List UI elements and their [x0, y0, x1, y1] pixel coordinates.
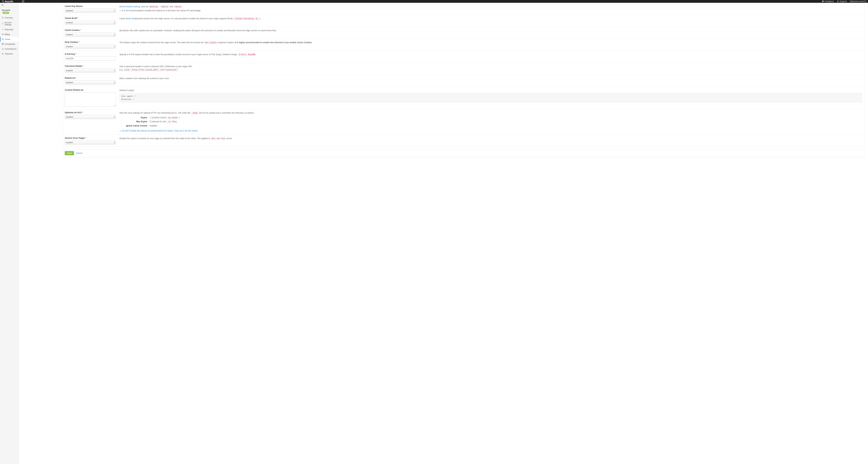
text: This feature strips the cookies received… [119, 41, 204, 44]
sidebar-item-account-settings[interactable]: Account Settings [0, 20, 19, 27]
label-canonical: Canonical Header * [65, 65, 116, 67]
text: response header. [217, 41, 235, 44]
sidebar-section-label: Account [2, 9, 10, 11]
code-ts: .ts [166, 120, 172, 123]
code-desktop: desktop [149, 5, 158, 8]
sidebar-item-billing[interactable]: Billing [0, 32, 19, 37]
row-cache-cookies: Cache Cookies * enabled ▴▾ By default, f… [62, 27, 864, 39]
text: Optimize for HLS [65, 111, 82, 114]
text: Generic Error Pages [65, 137, 85, 139]
magnify-icon [2, 0, 4, 3]
text: will not be cached and it overwrites the… [198, 112, 254, 114]
text: Specify a X-Pull request header key to h… [119, 53, 238, 56]
select-cache-brotli[interactable]: enabled [65, 21, 116, 25]
code-set-cookie: Set-Cookie [204, 41, 217, 44]
select-robots[interactable]: disabled [65, 80, 116, 85]
hls-warning: ⚠Do NOT enable this feature for prerecor… [119, 129, 862, 133]
svg-point-22 [3, 54, 3, 54]
text: 5 (relevant for the [150, 121, 166, 123]
feedback-link[interactable]: Feedback [822, 0, 834, 3]
nav-label: Zonereferrers [5, 48, 17, 50]
topbar: keycdn Feedback Support Welcome more23 [0, 0, 868, 3]
edit-icon [2, 23, 3, 25]
row-strip-cookies: Strip Cookies * enabled ▴▾ This feature … [62, 39, 864, 51]
cache-key-device-note: It is not recommended to enable this fea… [122, 9, 201, 12]
save-button[interactable]: Save [65, 151, 74, 155]
text: Cache [119, 18, 126, 20]
label-robots: Robots.txt * [65, 77, 116, 79]
row-cache-brotli: Cache Brotli * enabled ▴▾ Cache Brotli c… [62, 15, 864, 27]
brand-logo[interactable]: keycdn [2, 0, 13, 3]
svg-point-21 [2, 53, 3, 54]
sidebar-item-zonereferrers[interactable]: Zonereferrers [0, 46, 19, 51]
code-4xx: 4xx [211, 137, 216, 140]
hls-icc-val: enabled [150, 124, 862, 128]
text: and [169, 5, 174, 8]
select-strip-cookies[interactable]: enabled [65, 44, 116, 48]
link-icon [2, 48, 4, 50]
support-label: Support [840, 0, 847, 3]
nav-label: Zonealiases [5, 43, 15, 45]
sidebar-item-subusers[interactable]: Subusers [0, 51, 19, 56]
text: and [216, 137, 221, 140]
input-xpull[interactable] [65, 56, 116, 61]
hls-expire-key: Expire [119, 116, 147, 119]
text: Sets the zone settings for optimal HTTP … [119, 112, 191, 114]
select-error-pages[interactable]: enabled [65, 140, 116, 144]
text: , such as [140, 5, 149, 8]
text: ) [178, 117, 180, 119]
hls-expire-val: -1 (Cache-Control: no-cache ) [150, 116, 862, 119]
select-canonical[interactable]: enabled [65, 68, 116, 72]
support-link[interactable]: Support [837, 0, 847, 3]
text: Robots.txt [65, 77, 75, 79]
warning-icon: ⚠ [119, 130, 121, 132]
svg-point-0 [2, 0, 3, 2]
nav-label: Overview [5, 16, 13, 19]
topbar-right: Feedback Support Welcome more23 [822, 0, 866, 3]
account-status-pill: active [2, 12, 9, 14]
text: Cache Cookies [65, 29, 80, 31]
code-5xx: 5xx [221, 137, 226, 140]
svg-point-5 [837, 1, 839, 2]
sidebar-item-reporting[interactable]: Reporting [0, 27, 19, 32]
feedback-label: Feedback [825, 0, 834, 3]
code-tablet: tablet [174, 5, 182, 8]
row-cache-key-device: Cache Key Device disabled ▴▾ Device-base… [62, 3, 864, 15]
sidebar-item-overview[interactable]: Overview [0, 15, 19, 20]
sidebar-item-zonealiases[interactable]: Zonealiases [0, 42, 19, 46]
sidebar-collapse-icon[interactable]: ◦ [17, 4, 17, 6]
svg-point-6 [838, 1, 838, 2]
select-cache-key-device[interactable]: disabled [65, 8, 116, 13]
text: ). [259, 18, 261, 20]
brotli-link[interactable]: Brotli [126, 18, 131, 20]
hls-maxexp-key: Max Expire [119, 120, 147, 123]
robots-desc: Block crawlers from indexing the content… [119, 77, 169, 79]
sidebar-hamburger-icon[interactable] [1, 4, 3, 6]
hls-icc-key: Ignore Cache Control [119, 124, 147, 128]
svg-rect-15 [3, 38, 4, 39]
row-xpull-key: X-Pull Key * Specify a X-Pull request he… [62, 51, 864, 63]
select-hls[interactable]: disabled [65, 115, 116, 119]
label-cache-brotli: Cache Brotli * [65, 17, 116, 20]
device-based-caching-link[interactable]: Device-based caching [119, 5, 140, 8]
textarea-custom-robots[interactable] [65, 92, 116, 106]
cancel-link[interactable]: Cancel [76, 152, 82, 154]
svg-rect-16 [2, 39, 3, 40]
welcome-link[interactable]: Welcome more23 [850, 0, 866, 3]
custom-robots-default: User-agent: * Disallow: / [119, 93, 862, 102]
nav-label: Account Settings [4, 22, 17, 26]
warning-icon: ⚠ [119, 9, 121, 12]
nav-label: Billing [5, 33, 10, 35]
select-cache-cookies[interactable]: enabled [65, 32, 116, 37]
hamburger-icon[interactable] [22, 0, 24, 3]
row-custom-robots: Custom Robots.txt Default if empty: User… [62, 87, 864, 109]
text: X-Pull Key [65, 53, 75, 55]
support-icon [837, 1, 839, 2]
grid-icon [2, 38, 4, 40]
nav-label: Reporting [5, 28, 13, 31]
label-strip-cookies: Strip Cookies * [65, 41, 116, 43]
code-mobile: mobile [160, 5, 169, 8]
text: Disable this option to forward an error … [119, 137, 211, 140]
sidebar-item-zones[interactable]: Zones [0, 37, 19, 42]
brand-text: keycdn [5, 0, 13, 3]
